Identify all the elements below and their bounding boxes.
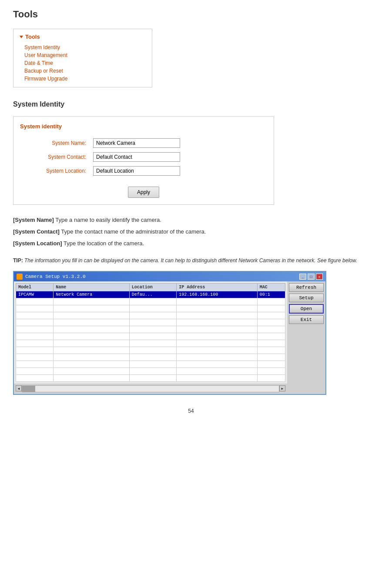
col-name: Name [54,284,129,291]
tools-panel-header: Tools [20,33,145,40]
row-name: Network Camera [54,291,129,298]
empty-row [16,333,285,340]
empty-row [16,361,285,368]
menu-item-user-management[interactable]: User Management [24,51,145,59]
row-model: IPCAMW [16,291,54,298]
system-name-desc-label: [System Name] [13,217,54,223]
description-block: [System Name] Type a name to easily iden… [13,216,369,248]
empty-row [16,375,285,382]
row-location: Defau... [129,291,176,298]
scroll-left-button[interactable]: ◀ [16,385,22,391]
scrollbar-track[interactable] [22,385,279,392]
window-title: Camera Setup v1.3.2.0 [25,274,86,279]
empty-row [16,319,285,326]
window-controls: _ □ ✕ [299,274,323,280]
open-button[interactable]: Open [289,304,324,314]
window-content-area: Model Name Location IP Address MAC IPCAM… [14,281,287,384]
system-name-desc-text: Type a name to easily identify the camer… [54,217,161,223]
refresh-button[interactable]: Refresh [289,283,324,292]
col-model: Model [16,284,54,291]
col-location: Location [129,284,176,291]
system-contact-input[interactable] [93,152,180,162]
system-contact-desc-text: Type the contact name of the administrat… [60,228,206,235]
empty-row [16,305,285,312]
system-contact-desc-label: [System Contact] [13,228,60,235]
page-footer: 54 [13,408,369,414]
tools-panel: Tools System Identity User Management Da… [13,29,152,87]
page-title: Tools [13,9,369,20]
apply-row: Apply [20,184,267,198]
menu-item-firmware-upgrade[interactable]: Firmware Upgrade [24,75,145,83]
camera-grid-table: Model Name Location IP Address MAC IPCAM… [16,283,285,382]
system-contact-label: System Contact: [20,150,90,164]
close-button[interactable]: ✕ [316,274,323,280]
section-title: System Identity [13,100,369,108]
scroll-right-button[interactable]: ▶ [279,385,285,391]
system-name-label: System Name: [20,136,90,150]
empty-row [16,326,285,333]
system-name-input[interactable] [93,138,180,148]
window-right-panel: Refresh Setup Open Exit [287,281,325,394]
system-location-label: System Location: [20,164,90,178]
system-location-desc-text: Type the location of the camera. [62,240,144,247]
empty-row [16,312,285,319]
tip-label: TIP: [13,257,23,264]
si-panel-header: System identity [20,123,267,130]
page-number: 54 [188,408,194,414]
tools-panel-title: Tools [25,33,40,40]
minimize-button[interactable]: _ [299,274,306,280]
window-app-icon [17,274,23,280]
setup-button[interactable]: Setup [289,294,324,302]
identity-form-table: System Name: System Contact: System Loca… [20,136,267,178]
col-ip: IP Address [177,284,258,291]
empty-row [16,347,285,354]
table-row[interactable]: IPCAMW Network Camera Defau... 192.168.1… [16,291,285,298]
tools-triangle-icon [20,36,23,38]
menu-item-system-identity[interactable]: System Identity [24,43,145,51]
restore-button[interactable]: □ [308,274,315,280]
col-mac: MAC [257,284,285,291]
empty-row [16,340,285,347]
system-location-desc-label: [System Location] [13,240,62,247]
row-ip: 192.168.168.100 [177,291,258,298]
tip-text: The information you fill in can be displ… [23,257,357,264]
row-mac: 00:1 [257,291,285,298]
exit-button[interactable]: Exit [289,315,324,324]
apply-button[interactable]: Apply [128,187,159,198]
window-scrollbar-area: ◀ ▶ [14,384,287,394]
tools-menu: System Identity User Management Date & T… [20,43,145,83]
window-layout: Model Name Location IP Address MAC IPCAM… [14,281,325,394]
system-identity-panel: System identity System Name: System Cont… [13,116,274,205]
empty-row [16,368,285,375]
titlebar-left: Camera Setup v1.3.2.0 [17,274,86,280]
menu-item-backup-reset[interactable]: Backup or Reset [24,67,145,75]
system-location-input[interactable] [93,166,180,176]
camera-setup-window: Camera Setup v1.3.2.0 _ □ ✕ Model Name L… [13,271,326,395]
tip-block: TIP: The information you fill in can be … [13,257,369,264]
empty-row [16,354,285,361]
menu-item-date-time[interactable]: Date & Time [24,59,145,67]
window-main: Model Name Location IP Address MAC IPCAM… [14,281,287,394]
window-titlebar: Camera Setup v1.3.2.0 _ □ ✕ [14,272,325,281]
scrollbar-thumb[interactable] [22,386,35,392]
empty-row [16,298,285,305]
